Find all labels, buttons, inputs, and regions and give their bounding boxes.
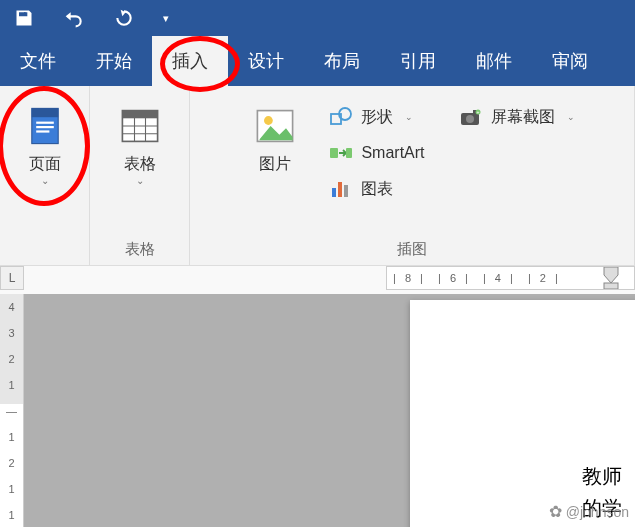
document-page[interactable]: 教师 的学: [410, 300, 635, 527]
illustrations-small-buttons-2: + 屏幕截图 ⌄: [451, 98, 583, 136]
svg-rect-7: [122, 111, 157, 119]
svg-rect-20: [344, 185, 348, 197]
table-icon: [118, 104, 162, 148]
ribbon-group-illustrations: 图片 形状 ⌄ SmartArt: [190, 86, 635, 265]
shapes-button[interactable]: 形状 ⌄: [321, 102, 432, 132]
tab-insert[interactable]: 插入: [152, 36, 228, 86]
chevron-down-icon: ⌄: [405, 112, 413, 122]
ribbon-group-label: [42, 240, 46, 263]
picture-icon: [253, 104, 297, 148]
save-button[interactable]: [10, 4, 38, 32]
camera-icon: +: [459, 106, 483, 128]
ruler-corner: L: [0, 266, 24, 290]
smartart-label: SmartArt: [361, 144, 424, 162]
quick-access-toolbar: ▾: [0, 0, 635, 36]
smartart-icon: [329, 142, 353, 164]
chevron-down-icon: ⌄: [41, 175, 49, 186]
svg-rect-18: [332, 188, 336, 197]
page-icon: [23, 104, 67, 148]
flower-icon: ✿: [549, 502, 562, 521]
svg-rect-2: [31, 108, 57, 117]
chevron-down-icon: ⌄: [136, 175, 144, 186]
qat-customize-button[interactable]: ▾: [152, 4, 180, 32]
tab-file[interactable]: 文件: [0, 36, 76, 86]
watermark: ✿ @johnson: [549, 502, 629, 521]
redo-button[interactable]: [110, 4, 138, 32]
chart-label: 图表: [361, 179, 393, 200]
svg-rect-4: [36, 126, 54, 128]
undo-icon: [64, 8, 84, 28]
illustrations-small-buttons: 形状 ⌄ SmartArt 图表: [321, 98, 432, 208]
svg-point-22: [466, 115, 474, 123]
screenshot-button[interactable]: + 屏幕截图 ⌄: [451, 102, 583, 132]
svg-rect-17: [346, 148, 352, 158]
svg-rect-0: [24, 12, 26, 15]
vertical-ruler[interactable]: 4 3 2 1 — 1 2 1 1: [0, 294, 24, 527]
ribbon-group-tables: 表格 ⌄ 表格: [90, 86, 190, 265]
pages-button[interactable]: 页面 ⌄: [11, 98, 79, 192]
chevron-down-icon: ▾: [163, 12, 169, 25]
tab-home[interactable]: 开始: [76, 36, 152, 86]
ribbon-group-label: 表格: [125, 238, 155, 263]
shapes-label: 形状: [361, 107, 393, 128]
tab-references[interactable]: 引用: [380, 36, 456, 86]
shapes-icon: [329, 106, 353, 128]
picture-label: 图片: [259, 154, 291, 173]
tab-review[interactable]: 审阅: [532, 36, 608, 86]
svg-rect-26: [604, 283, 618, 289]
svg-rect-3: [36, 122, 54, 124]
svg-text:+: +: [476, 109, 479, 115]
save-icon: [14, 8, 34, 28]
ruler-area: L | 8 | | 6 | | 4 | | 2 |: [0, 266, 635, 294]
chevron-down-icon: ⌄: [567, 112, 575, 122]
ribbon-tabs: 文件 开始 插入 设计 布局 引用 邮件 审阅: [0, 36, 635, 86]
document-area[interactable]: 教师 的学: [24, 294, 635, 527]
table-button[interactable]: 表格 ⌄: [106, 98, 174, 192]
ribbon-group-label: 插图: [397, 238, 427, 263]
picture-button[interactable]: 图片: [241, 98, 309, 179]
ribbon: 页面 ⌄ 表格 ⌄ 表格 图片: [0, 86, 635, 266]
svg-rect-5: [36, 130, 49, 132]
table-label: 表格: [124, 154, 156, 173]
screenshot-label: 屏幕截图: [491, 107, 555, 128]
chart-button[interactable]: 图表: [321, 174, 432, 204]
svg-rect-19: [338, 182, 342, 197]
tab-layout[interactable]: 布局: [304, 36, 380, 86]
pages-label: 页面: [29, 154, 61, 173]
indent-marker[interactable]: [602, 266, 620, 290]
chart-icon: [329, 178, 353, 200]
horizontal-ruler[interactable]: | 8 | | 6 | | 4 | | 2 |: [386, 266, 635, 290]
svg-rect-16: [330, 148, 338, 158]
tab-design[interactable]: 设计: [228, 36, 304, 86]
redo-icon: [114, 8, 134, 28]
svg-point-13: [264, 116, 273, 125]
tab-mailings[interactable]: 邮件: [456, 36, 532, 86]
undo-button[interactable]: [60, 4, 88, 32]
smartart-button[interactable]: SmartArt: [321, 138, 432, 168]
ribbon-group-pages: 页面 ⌄: [0, 86, 90, 265]
